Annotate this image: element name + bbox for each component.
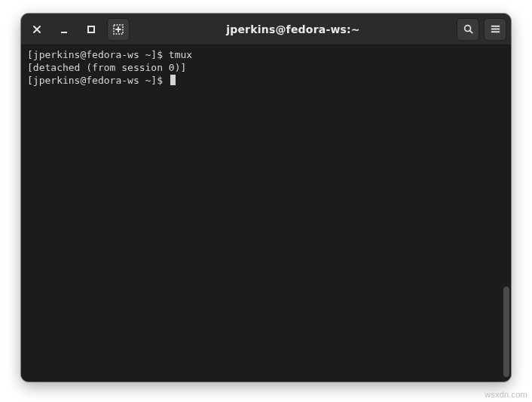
titlebar: jperkins@fedora-ws:~	[21, 14, 511, 45]
terminal-body[interactable]: [jperkins@fedora-ws ~]$ tmux[detached (f…	[21, 45, 511, 382]
new-tab-button[interactable]	[107, 18, 130, 41]
shell-prompt: [jperkins@fedora-ws ~]$	[27, 49, 169, 60]
search-button[interactable]	[457, 18, 479, 41]
menu-button[interactable]	[484, 18, 506, 41]
maximize-button[interactable]	[80, 18, 102, 41]
window-title: jperkins@fedora-ws:~	[134, 23, 452, 35]
svg-rect-6	[491, 31, 499, 32]
search-icon	[463, 23, 474, 35]
terminal-window: jperkins@fedora-ws:~ [jperkins@fedora-ws…	[21, 14, 511, 382]
svg-rect-5	[491, 29, 499, 30]
terminal-line: [detached (from session 0)]	[27, 61, 505, 74]
terminal-line: [jperkins@fedora-ws ~]$ tmux	[27, 48, 505, 61]
hamburger-icon	[490, 23, 501, 35]
titlebar-left-controls	[26, 18, 130, 41]
svg-rect-1	[88, 26, 94, 32]
new-tab-icon	[112, 23, 124, 35]
watermark: wsxdn.com	[485, 390, 527, 399]
shell-prompt: [jperkins@fedora-ws ~]$	[27, 75, 169, 86]
maximize-icon	[87, 25, 96, 34]
minimize-button[interactable]	[53, 18, 75, 41]
terminal-line: [jperkins@fedora-ws ~]$	[27, 74, 505, 87]
titlebar-right-controls	[457, 18, 506, 41]
shell-command: tmux	[169, 49, 192, 60]
scrollbar-thumb[interactable]	[503, 287, 509, 377]
cursor	[170, 75, 176, 85]
svg-rect-0	[61, 32, 67, 33]
close-icon	[32, 25, 41, 34]
svg-rect-4	[491, 26, 499, 27]
minimize-icon	[60, 25, 69, 34]
close-button[interactable]	[26, 18, 48, 41]
